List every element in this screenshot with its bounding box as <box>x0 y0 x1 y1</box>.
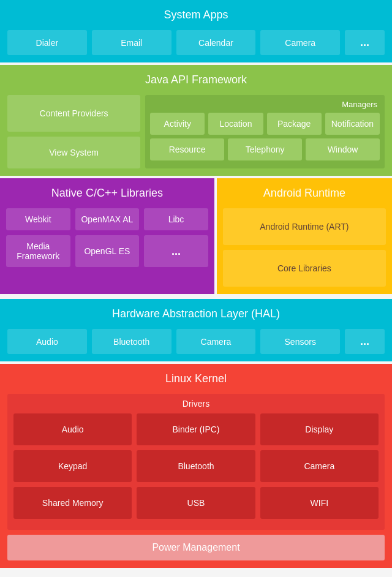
hal-camera-cell: Camera <box>176 329 256 354</box>
calendar-cell: Calendar <box>176 30 256 55</box>
core-libraries-cell: Core Libraries <box>223 250 386 287</box>
drivers-grid-1: Audio Binder (IPC) Display <box>13 413 379 445</box>
notification-cell: Notification <box>325 113 380 135</box>
system-apps-layer: System Apps Dialer Email Calendar Camera… <box>0 0 392 62</box>
window-cell: Window <box>306 138 380 160</box>
resource-cell: Resource <box>150 138 224 160</box>
art-cell: Android Runtime (ART) <box>223 208 386 245</box>
hal-sensors-cell: Sensors <box>260 329 340 354</box>
dialer-cell: Dialer <box>7 30 87 55</box>
driver-wifi-cell: WIFI <box>260 487 379 519</box>
content-providers-cell: Content Providers <box>7 95 140 132</box>
managers-grid-1: Activity Location Package Notification <box>150 113 380 135</box>
hal-row: Audio Bluetooth Camera Sensors ... <box>7 329 385 354</box>
drivers-grid-3: Shared Memory USB WIFI <box>13 487 379 519</box>
driver-display-cell: Display <box>260 413 379 445</box>
openmax-cell: OpenMAX AL <box>75 208 140 230</box>
more-apps-cell: ... <box>345 30 385 55</box>
package-cell: Package <box>267 113 322 135</box>
driver-audio-cell: Audio <box>13 413 132 445</box>
runtime-grid: Android Runtime (ART) Core Libraries <box>223 208 386 287</box>
location-cell: Location <box>208 113 263 135</box>
managers-grid-2: Resource Telephony Window <box>150 138 380 160</box>
libc-cell: Libc <box>144 208 208 230</box>
drivers-title: Drivers <box>13 399 379 409</box>
hal-audio-cell: Audio <box>7 329 87 354</box>
power-management-cell: Power Management <box>7 535 385 560</box>
hal-title: Hardware Abstraction Layer (HAL) <box>7 305 385 323</box>
hal-layer: Hardware Abstraction Layer (HAL) Audio B… <box>0 299 392 361</box>
native-libs-title: Native C/C++ Libraries <box>6 184 208 202</box>
email-cell: Email <box>92 30 172 55</box>
driver-keypad-cell: Keypad <box>13 450 132 482</box>
java-api-inner: Content Providers View System Managers A… <box>7 95 385 168</box>
drivers-grid-2: Keypad Bluetooth Camera <box>13 450 379 482</box>
native-runtime-row: Native C/C++ Libraries Webkit OpenMAX AL… <box>0 178 392 296</box>
media-framework-cell: Media Framework <box>6 235 70 267</box>
native-grid-2: Media Framework OpenGL ES ... <box>6 235 208 267</box>
system-apps-row: Dialer Email Calendar Camera ... <box>7 30 385 55</box>
opengl-cell: OpenGL ES <box>75 235 140 267</box>
driver-shared-memory-cell: Shared Memory <box>13 487 132 519</box>
hal-bluetooth-cell: Bluetooth <box>92 329 172 354</box>
camera-cell: Camera <box>260 30 340 55</box>
hal-more-cell: ... <box>345 329 385 354</box>
driver-camera-cell: Camera <box>260 450 379 482</box>
driver-bluetooth-cell: Bluetooth <box>137 450 255 482</box>
telephony-cell: Telephony <box>228 138 302 160</box>
java-api-title: Java API Framework <box>7 71 385 89</box>
android-runtime-title: Android Runtime <box>223 184 386 202</box>
linux-kernel-title: Linux Kernel <box>7 370 385 388</box>
native-libs-layer: Native C/C++ Libraries Webkit OpenMAX AL… <box>0 178 214 294</box>
view-system-cell: View System <box>7 137 140 168</box>
managers-title: Managers <box>150 100 380 109</box>
activity-cell: Activity <box>150 113 205 135</box>
java-api-layer: Java API Framework Content Providers Vie… <box>0 65 392 176</box>
android-runtime-layer: Android Runtime Android Runtime (ART) Co… <box>217 178 392 294</box>
webkit-cell: Webkit <box>6 208 70 230</box>
native-grid-1: Webkit OpenMAX AL Libc <box>6 208 208 230</box>
drivers-section: Drivers Audio Binder (IPC) Display Keypa… <box>7 394 385 530</box>
managers-section: Managers Activity Location Package Notif… <box>145 95 385 168</box>
driver-binder-cell: Binder (IPC) <box>137 413 255 445</box>
driver-usb-cell: USB <box>137 487 255 519</box>
system-apps-title: System Apps <box>7 6 385 24</box>
linux-kernel-layer: Linux Kernel Drivers Audio Binder (IPC) … <box>0 364 392 568</box>
native-more-cell: ... <box>144 235 208 267</box>
java-api-left: Content Providers View System <box>7 95 140 168</box>
